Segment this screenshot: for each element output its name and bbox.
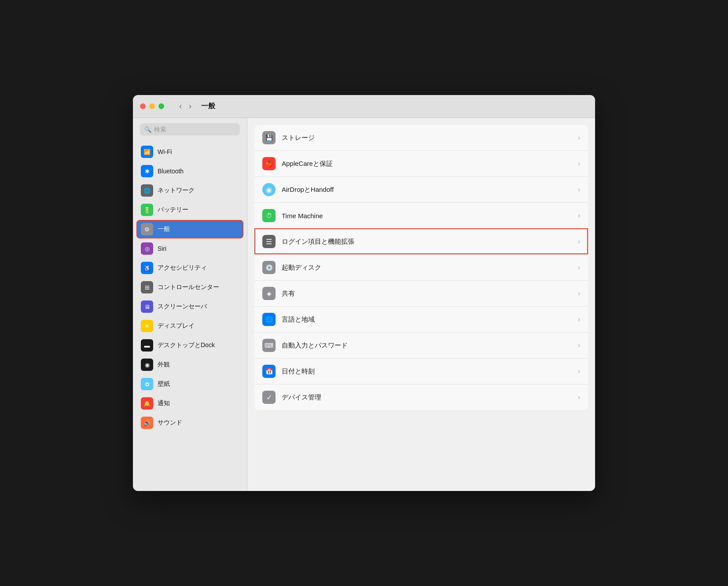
sidebar-icon-wifi: 📶: [141, 146, 153, 158]
system-preferences-window: ‹ › 一般 🔍 📶 Wi-Fi ✱ Bluetooth 🌐 ネットワーク 🔋 …: [133, 95, 595, 491]
settings-row-keyboard[interactable]: ⌨ 自動入力とパスワード ›: [254, 332, 588, 358]
sidebar-item-wallpaper[interactable]: ✿ 壁紙: [136, 375, 243, 393]
row-icon-login: ☰: [262, 235, 276, 248]
settings-row-device[interactable]: ✓ デバイス管理 ›: [254, 384, 588, 410]
sidebar-icon-appearance: ◉: [141, 359, 153, 371]
search-icon: 🔍: [144, 126, 151, 133]
row-chevron-login: ›: [578, 238, 580, 245]
row-chevron-startup: ›: [578, 264, 580, 271]
sidebar-item-siri[interactable]: ◎ Siri: [136, 239, 243, 258]
sidebar-icon-display: ☀: [141, 320, 153, 332]
row-chevron-storage: ›: [578, 134, 580, 142]
sidebar-label-network: ネットワーク: [158, 187, 195, 194]
row-label-language: 言語と地域: [282, 315, 578, 324]
sidebar-icon-accessibility: ♿: [141, 262, 153, 274]
sidebar-icon-screensaver: 🖥: [141, 300, 153, 313]
sidebar-label-siri: Siri: [158, 245, 166, 252]
sidebar-item-sound[interactable]: 🔊 サウンド: [136, 414, 243, 432]
sidebar-icon-bluetooth: ✱: [141, 165, 153, 177]
row-label-storage: ストレージ: [282, 134, 578, 142]
sidebar-item-controlcenter[interactable]: ⊞ コントロールセンター: [136, 278, 243, 297]
sidebar-icon-notifications: 🔔: [141, 397, 153, 410]
main-panel: 💾 ストレージ › 🍎 AppleCareと保証 › ◉ AirDropとHan…: [247, 118, 595, 491]
sidebar-icon-sound: 🔊: [141, 417, 153, 429]
sidebar-label-battery: バッテリー: [158, 206, 188, 214]
settings-row-login[interactable]: ☰ ログイン項目と機能拡張 ›: [254, 228, 588, 254]
back-button[interactable]: ‹: [176, 101, 184, 112]
titlebar: ‹ › 一般: [133, 95, 595, 118]
row-label-airdrop: AirDropとHandoff: [282, 186, 578, 194]
settings-row-applecare[interactable]: 🍎 AppleCareと保証 ›: [254, 150, 588, 176]
sidebar-label-display: ディスプレイ: [158, 322, 195, 330]
sidebar-label-bluetooth: Bluetooth: [158, 168, 184, 175]
settings-row-storage[interactable]: 💾 ストレージ ›: [254, 125, 588, 150]
sidebar-label-desktop: デスクトップとDock: [158, 341, 215, 349]
settings-list: 💾 ストレージ › 🍎 AppleCareと保証 › ◉ AirDropとHan…: [254, 125, 588, 410]
sidebar-item-screensaver[interactable]: 🖥 スクリーンセーバ: [136, 297, 243, 316]
close-button[interactable]: [140, 103, 146, 109]
row-label-sharing: 共有: [282, 289, 578, 298]
sidebar-item-general[interactable]: ⚙ 一般: [136, 220, 243, 238]
settings-row-datetime[interactable]: 📅 日付と時刻 ›: [254, 358, 588, 384]
row-label-keyboard: 自動入力とパスワード: [282, 341, 578, 350]
row-chevron-keyboard: ›: [578, 341, 580, 349]
sidebar-label-notifications: 通知: [158, 399, 170, 407]
sidebar-label-wifi: Wi-Fi: [158, 148, 172, 155]
forward-button[interactable]: ›: [186, 101, 194, 112]
row-chevron-sharing: ›: [578, 289, 580, 297]
main-content: 🔍 📶 Wi-Fi ✱ Bluetooth 🌐 ネットワーク 🔋 バッテリー ⚙…: [133, 118, 595, 491]
sidebar-list: 📶 Wi-Fi ✱ Bluetooth 🌐 ネットワーク 🔋 バッテリー ⚙ 一…: [133, 141, 247, 491]
row-icon-startup: 💿: [262, 261, 276, 274]
sidebar-label-general: 一般: [158, 225, 170, 233]
sidebar-item-appearance[interactable]: ◉ 外観: [136, 355, 243, 374]
sidebar-item-wifi[interactable]: 📶 Wi-Fi: [136, 143, 243, 161]
sidebar-icon-battery: 🔋: [141, 204, 153, 216]
maximize-button[interactable]: [158, 103, 164, 109]
sidebar-item-network[interactable]: 🌐 ネットワーク: [136, 181, 243, 200]
row-chevron-language: ›: [578, 315, 580, 323]
settings-row-language[interactable]: 🌐 言語と地域 ›: [254, 306, 588, 332]
settings-row-timemachine[interactable]: ⏱ Time Machine ›: [254, 202, 588, 228]
settings-row-startup[interactable]: 💿 起動ディスク ›: [254, 254, 588, 280]
sidebar-label-sound: サウンド: [158, 419, 182, 427]
sidebar-label-accessibility: アクセシビリティ: [158, 264, 207, 272]
settings-row-sharing[interactable]: ◈ 共有 ›: [254, 280, 588, 306]
sidebar-label-controlcenter: コントロールセンター: [158, 283, 219, 291]
row-chevron-device: ›: [578, 393, 580, 401]
row-icon-device: ✓: [262, 391, 276, 404]
sidebar-item-accessibility[interactable]: ♿ アクセシビリティ: [136, 259, 243, 277]
search-input-wrap[interactable]: 🔍: [140, 123, 240, 136]
search-input[interactable]: [154, 126, 235, 133]
sidebar-item-battery[interactable]: 🔋 バッテリー: [136, 201, 243, 219]
sidebar-icon-desktop: ▬: [141, 339, 153, 352]
row-label-timemachine: Time Machine: [282, 212, 578, 220]
sidebar-label-wallpaper: 壁紙: [158, 380, 170, 388]
row-icon-timemachine: ⏱: [262, 209, 276, 222]
search-bar: 🔍: [133, 118, 247, 141]
sidebar: 🔍 📶 Wi-Fi ✱ Bluetooth 🌐 ネットワーク 🔋 バッテリー ⚙…: [133, 118, 247, 491]
row-label-datetime: 日付と時刻: [282, 367, 578, 376]
row-icon-datetime: 📅: [262, 365, 276, 378]
minimize-button[interactable]: [149, 103, 155, 109]
row-icon-storage: 💾: [262, 131, 276, 144]
sidebar-item-desktop[interactable]: ▬ デスクトップとDock: [136, 336, 243, 355]
row-icon-airdrop: ◉: [262, 183, 276, 196]
row-chevron-airdrop: ›: [578, 186, 580, 194]
row-label-startup: 起動ディスク: [282, 264, 578, 272]
row-label-login: ログイン項目と機能拡張: [282, 238, 578, 246]
page-title: 一般: [201, 102, 215, 111]
row-label-device: デバイス管理: [282, 393, 578, 402]
sidebar-label-screensaver: スクリーンセーバ: [158, 303, 207, 311]
sidebar-icon-siri: ◎: [141, 242, 153, 255]
sidebar-label-appearance: 外観: [158, 361, 170, 369]
nav-controls: ‹ ›: [176, 101, 194, 112]
row-chevron-timemachine: ›: [578, 212, 580, 220]
sidebar-icon-controlcenter: ⊞: [141, 281, 153, 293]
sidebar-item-notifications[interactable]: 🔔 通知: [136, 394, 243, 413]
row-chevron-applecare: ›: [578, 160, 580, 168]
row-icon-keyboard: ⌨: [262, 339, 276, 352]
sidebar-item-display[interactable]: ☀ ディスプレイ: [136, 317, 243, 335]
sidebar-item-bluetooth[interactable]: ✱ Bluetooth: [136, 162, 243, 180]
settings-row-airdrop[interactable]: ◉ AirDropとHandoff ›: [254, 176, 588, 202]
row-icon-language: 🌐: [262, 313, 276, 326]
